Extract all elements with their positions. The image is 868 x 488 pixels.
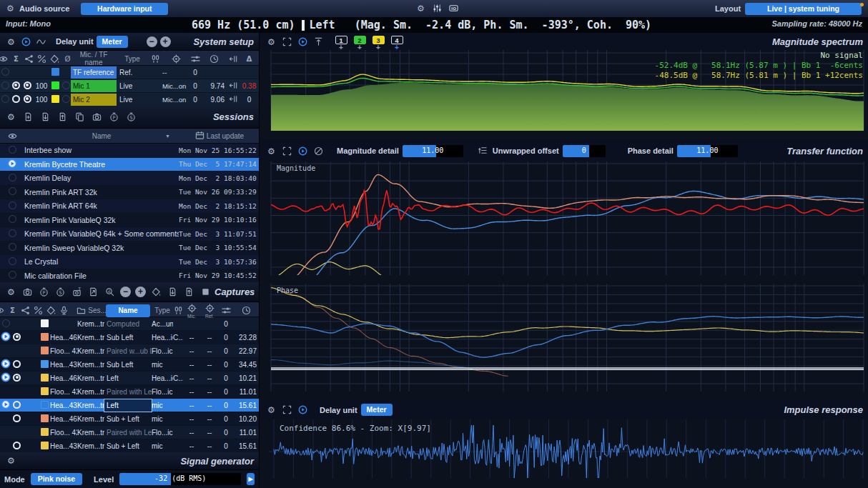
capture-name-field[interactable]: Sub Left [104, 332, 152, 344]
delay-value[interactable]: 0 [189, 96, 201, 104]
gear-icon[interactable]: ⚙ [265, 404, 277, 416]
channel-type[interactable]: Live [117, 82, 148, 90]
eye-icon[interactable] [0, 305, 6, 317]
radio-button[interactable] [13, 333, 21, 341]
file-import-icon[interactable] [167, 287, 179, 298]
mixer-icon[interactable] [431, 2, 443, 14]
tune-icon[interactable] [220, 305, 232, 317]
capture-row[interactable]: Hea...431Krem...treSub + Leftmic----015.… [0, 439, 259, 453]
impulse-response-plot[interactable]: Confidence 86.6% - Zoom: X[9.97] [260, 419, 868, 478]
mute-circle-icon[interactable] [1, 68, 9, 76]
transfer-magnitude-plot[interactable]: Magnitude [260, 161, 868, 275]
capture-name-field[interactable]: Computed [104, 318, 152, 330]
delay-unit-button[interactable]: Meter [97, 36, 128, 48]
color-swatch[interactable] [41, 333, 49, 341]
gear-icon[interactable]: ⚙ [415, 2, 427, 14]
live-icon[interactable] [297, 36, 309, 47]
magnitude-detail-slider[interactable]: 11.00 [403, 145, 463, 157]
radio-button[interactable] [13, 414, 21, 422]
transfer-phase-plot[interactable]: Phase [260, 284, 868, 392]
play-icon[interactable] [1, 372, 11, 382]
session-column-header[interactable]: Ses... [77, 304, 104, 317]
file-export-icon[interactable] [56, 111, 69, 123]
unwrapped-offset-slider[interactable]: 0 [563, 145, 606, 157]
gear-icon[interactable]: ⚙ [265, 36, 277, 47]
percent-icon[interactable] [36, 53, 48, 64]
measurement-group-button-4[interactable]: 4 [391, 36, 403, 44]
radio-button[interactable] [13, 360, 21, 368]
play-icon[interactable] [1, 359, 11, 369]
color-swatch[interactable] [41, 347, 49, 354]
percent-icon[interactable] [32, 305, 44, 317]
mute-circle-icon[interactable] [1, 95, 9, 103]
plus-icon[interactable]: + [135, 287, 146, 297]
pin-icon[interactable] [312, 36, 325, 47]
share-icon[interactable] [19, 305, 31, 317]
radio-button[interactable] [24, 95, 31, 103]
capture-row[interactable]: Hea...431Krem...treLeftmic----015.61 [0, 399, 259, 412]
mute-circle-icon[interactable] [9, 201, 16, 209]
capture-name-field[interactable]: Sub Left [104, 359, 152, 371]
mute-circle-icon[interactable] [9, 187, 16, 195]
file-plus-icon[interactable] [22, 111, 34, 123]
timer-s-icon[interactable]: S [54, 287, 66, 298]
mute-circle-icon[interactable] [2, 319, 10, 327]
sigma-icon[interactable]: Σ [6, 305, 19, 317]
capture-row[interactable]: Krem...treComputedAc...um0 [0, 317, 259, 331]
selected-checkbox[interactable] [51, 68, 59, 76]
capture-name-field[interactable]: Sub + Left [104, 413, 152, 425]
micpair-icon[interactable] [172, 305, 184, 317]
session-row[interactable]: Mic calibration FileFri Nov 29 10:45:52 … [0, 269, 259, 284]
play-icon[interactable] [7, 159, 17, 169]
minus-icon[interactable]: − [120, 287, 131, 297]
session-row[interactable]: Kremlin Pink ART 64kMon Dec 2 18:15:12 2… [0, 199, 259, 214]
generator-play-button[interactable]: ▶ [247, 473, 255, 485]
camera-icon[interactable] [21, 287, 34, 298]
name-column-header[interactable]: Name ▼ [24, 132, 179, 140]
system-setup-row[interactable]: 100Mic 1LiveMic...on09.740.38 [0, 79, 259, 93]
capture-row[interactable]: Floo... 426Krem...trePaired w...ub LeftF… [0, 344, 259, 358]
file-import-icon[interactable] [39, 111, 51, 123]
color-swatch[interactable] [41, 387, 49, 395]
gear-icon[interactable]: ⚙ [4, 3, 16, 14]
gear-icon[interactable]: ⚙ [265, 145, 277, 156]
capture-name-field[interactable]: Paired with Left [104, 427, 152, 439]
gear-icon[interactable]: ⚙ [5, 36, 17, 47]
color-swatch[interactable] [41, 428, 49, 436]
radio-button[interactable] [13, 401, 21, 409]
live-icon[interactable] [297, 145, 309, 156]
eye-icon[interactable] [0, 53, 9, 64]
color-swatch[interactable] [41, 401, 49, 409]
measurement-group-button-1[interactable]: 1 [335, 36, 347, 44]
micpair-icon[interactable] [149, 53, 162, 64]
mute-circle-icon[interactable] [62, 95, 70, 103]
system-setup-row[interactable]: 100Mic 2LiveMic...on09.060 [0, 93, 259, 106]
io-icon[interactable]: IO [448, 2, 460, 14]
capture-name-field[interactable]: Left [104, 399, 152, 412]
share-icon[interactable] [23, 53, 35, 64]
zoom-in-button[interactable]: + [160, 36, 171, 47]
file-export-icon[interactable] [183, 287, 195, 298]
timer-p-icon[interactable]: P [108, 111, 120, 123]
mute-circle-icon[interactable] [9, 243, 16, 251]
color-swatch[interactable] [41, 442, 49, 449]
channel-name-field[interactable]: Mic 2 [71, 94, 117, 106]
mute-circle-icon[interactable] [9, 146, 16, 154]
session-row[interactable]: Le CrystalTue Dec 3 10:57:36 2024 [0, 255, 259, 269]
color-swatch[interactable] [51, 95, 59, 103]
camera-sum-icon[interactable]: Σ [71, 287, 83, 298]
name-column-header[interactable]: Name [106, 304, 150, 317]
bucket-icon[interactable] [150, 287, 162, 298]
bucket-icon[interactable] [49, 53, 61, 64]
color-swatch[interactable] [51, 81, 59, 89]
play-icon[interactable] [1, 332, 11, 342]
clock-icon[interactable] [208, 53, 220, 64]
last-update-column-header[interactable]: Last update [179, 130, 259, 142]
measurement-group-button-2[interactable]: 2 [354, 36, 366, 44]
eye-icon[interactable] [6, 130, 19, 141]
play-icon[interactable] [1, 399, 11, 409]
capture-row[interactable]: Floo... 426Krem...trePaired with LeftFlo… [0, 385, 259, 399]
type-column-header[interactable]: Type [117, 55, 148, 63]
gear-icon[interactable]: ⚙ [5, 287, 17, 298]
capture-row[interactable]: Hea...467Krem...treLeftHea...icC...----0… [0, 372, 259, 385]
